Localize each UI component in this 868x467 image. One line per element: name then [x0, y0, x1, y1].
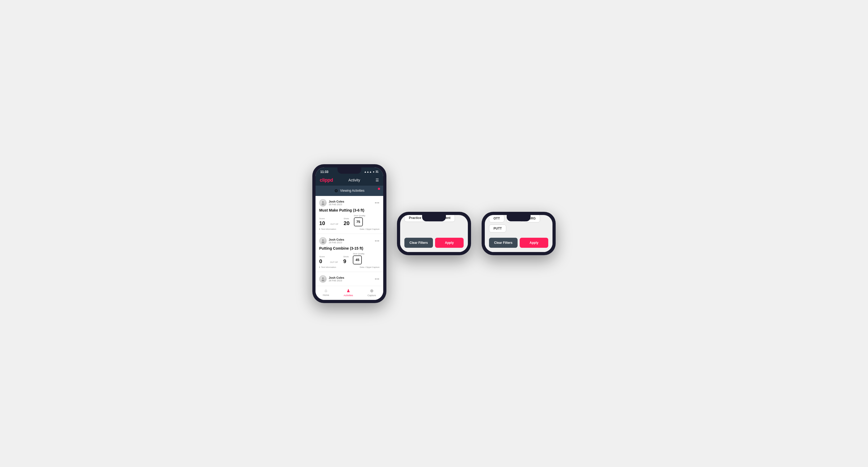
- signal-icon: ▲▲▲: [364, 170, 372, 173]
- svg-point-0: [322, 201, 324, 203]
- avatar-1: [319, 199, 327, 207]
- battery-icon: 31: [376, 170, 378, 173]
- shot-quality-label-1: Shot Quality: [354, 214, 366, 217]
- notch: [338, 167, 361, 174]
- nav-home[interactable]: ⌂ Home: [323, 288, 329, 297]
- svg-point-3: [321, 242, 324, 243]
- user-name-3: Josh Coles: [329, 276, 344, 279]
- nav-capture-label: Capture: [368, 294, 376, 297]
- wifi-icon: ●: [373, 170, 374, 173]
- info-icon-2: ℹ: [319, 266, 320, 269]
- user-date-3: 28 Feb 2023: [329, 279, 344, 282]
- user-date-1: 28 Feb 2023: [329, 203, 344, 206]
- logo-1: clippd: [320, 178, 333, 183]
- avatar-3: [319, 275, 327, 283]
- score-label-2: Score: [319, 255, 325, 258]
- data-source-1: Data: Clippd Capture: [360, 228, 379, 230]
- activity-stats-1: Score 10 OUT OF Shots 20 Shot Quality 75: [319, 214, 379, 226]
- more-dots-3[interactable]: •••: [375, 277, 379, 281]
- capture-icon: ⊕: [370, 288, 373, 293]
- activity-item-2: Josh Coles 28 Feb 2023 ••• Putting Combi…: [315, 234, 383, 272]
- viewing-bar-text-1: Viewing Activities: [340, 189, 365, 192]
- nav-activities-label: Activities: [344, 294, 353, 297]
- chip-ott-3[interactable]: OTT: [489, 215, 504, 222]
- data-source-2: Data: Clippd Capture: [360, 266, 379, 269]
- apply-btn-2[interactable]: Apply: [435, 238, 464, 248]
- user-info-2: Josh Coles 28 Feb 2023: [319, 237, 344, 245]
- user-date-2: 28 Feb 2023: [329, 241, 344, 244]
- score-value-1: 10: [319, 220, 325, 226]
- viewing-dot-1: [378, 188, 380, 190]
- filter-actions-3: Clear Filters Apply: [489, 238, 548, 248]
- shots-label-1: Shots: [344, 217, 349, 220]
- apply-btn-3[interactable]: Apply: [520, 238, 548, 248]
- phone-1: 11:33 ▲▲▲ ● 31 clippd Activity ☰ ⚙ Viewi…: [312, 164, 386, 303]
- filter-icon-1: ⚙: [334, 188, 338, 193]
- out-of-2: OUT OF: [330, 261, 338, 263]
- user-name-1: Josh Coles: [329, 200, 344, 203]
- user-info-1: Josh Coles 28 Feb 2023: [319, 199, 344, 207]
- menu-icon-1[interactable]: ☰: [376, 178, 379, 182]
- shots-value-1: 20: [344, 220, 349, 226]
- status-icons-1: ▲▲▲ ● 31: [364, 170, 378, 173]
- notch-3: [507, 215, 530, 221]
- notch-2: [422, 215, 446, 221]
- activity-stats-2: Score 0 OUT OF Shots 9 Shot Quality 45: [319, 253, 379, 264]
- score-label-1: Score: [319, 217, 325, 220]
- clear-filters-btn-3[interactable]: Clear Filters: [489, 238, 518, 248]
- info-icon-1: ℹ: [319, 228, 320, 230]
- time-1: 11:33: [320, 170, 329, 174]
- shot-quality-badge-2: 45: [353, 255, 362, 264]
- more-dots-1[interactable]: •••: [375, 201, 379, 205]
- activity-item-1: Josh Coles 28 Feb 2023 ••• Must Make Put…: [315, 196, 383, 234]
- phone-2: 11:33 ▲▲▲ ● 31 clippd Activity ☰ ⚙ Viewi…: [397, 212, 471, 255]
- activity-title-2: Putting Combine (3-15 ft): [319, 246, 379, 250]
- activity-list: Josh Coles 28 Feb 2023 ••• Must Make Put…: [315, 196, 383, 285]
- viewing-bar-1[interactable]: ⚙ Viewing Activities: [315, 186, 383, 196]
- svg-point-4: [322, 277, 324, 279]
- header-title-1: Activity: [348, 178, 360, 182]
- filter-actions-2: Clear Filters Apply: [404, 238, 464, 248]
- shot-quality-label-2: Shot Quality: [353, 253, 365, 255]
- more-dots-2[interactable]: •••: [375, 239, 379, 243]
- nav-capture[interactable]: ⊕ Capture: [368, 288, 376, 297]
- svg-point-2: [322, 239, 324, 241]
- test-info-1: ℹ Test Information: [319, 228, 336, 230]
- clear-filters-btn-2[interactable]: Clear Filters: [404, 238, 433, 248]
- shots-value-2: 9: [343, 258, 348, 264]
- out-of-1: OUT OF: [330, 223, 338, 225]
- user-name-2: Josh Coles: [329, 238, 344, 241]
- activity-title-1: Must Make Putting (3-6 ft): [319, 208, 379, 212]
- svg-point-1: [321, 204, 324, 205]
- test-info-2: ℹ Test Information: [319, 266, 336, 269]
- chip-putt-3[interactable]: PUTT: [489, 224, 506, 232]
- phone-3: 11:33 ▲▲▲ ● 31 clippd Activity ☰ ⚙ Viewi…: [482, 212, 556, 255]
- svg-point-5: [321, 280, 324, 281]
- user-info-3: Josh Coles 28 Feb 2023: [319, 275, 344, 283]
- avatar-2: [319, 237, 327, 245]
- nav-home-label: Home: [323, 294, 329, 297]
- shot-quality-badge-1: 75: [354, 217, 363, 226]
- nav-activities[interactable]: ♟ Activities: [344, 288, 353, 297]
- shots-label-2: Shots: [343, 255, 348, 258]
- home-icon: ⌂: [325, 288, 328, 293]
- app-header-1: clippd Activity ☰: [315, 175, 383, 186]
- activity-item-3: Josh Coles 28 Feb 2023 •••: [315, 272, 383, 285]
- bottom-nav: ⌂ Home ♟ Activities ⊕ Capture: [315, 286, 383, 300]
- activities-icon: ♟: [346, 288, 350, 293]
- score-value-2: 0: [319, 258, 325, 264]
